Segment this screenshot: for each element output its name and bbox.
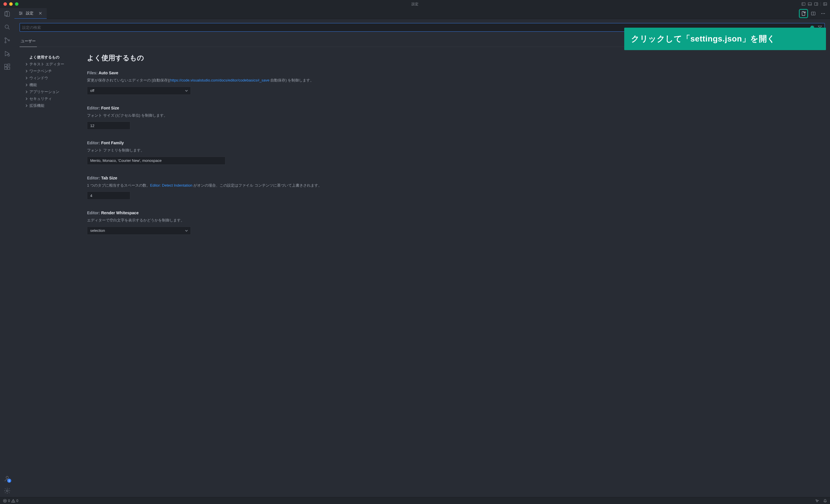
toc-features[interactable]: 機能 bbox=[20, 81, 80, 89]
toggle-panel-icon[interactable] bbox=[808, 2, 812, 6]
tab-bar: 設定 bbox=[14, 8, 830, 19]
toggle-primary-sidebar-icon[interactable] bbox=[801, 2, 805, 6]
settings-toc: よく使用するもの テキスト エディター ワークベンチ bbox=[20, 50, 80, 497]
svg-rect-16 bbox=[5, 67, 7, 69]
svg-point-11 bbox=[5, 38, 6, 39]
chevron-right-icon bbox=[25, 76, 28, 80]
setting-description: 変更が保存されていないエディターの [自動保存](https://code.vi… bbox=[87, 77, 364, 83]
status-notifications-icon[interactable] bbox=[823, 499, 827, 503]
setting-description: フォント サイズ (ピクセル単位) を制御します。 bbox=[87, 112, 364, 119]
callout-banner: クリックして「settings.json」を開く bbox=[624, 28, 826, 50]
chevron-right-icon bbox=[25, 90, 28, 94]
chevron-right-icon bbox=[25, 104, 28, 107]
settings-editor: ユーザー よく使用するもの テキスト エディター bbox=[14, 19, 830, 497]
split-editor-icon[interactable] bbox=[809, 9, 817, 18]
auto-save-select[interactable]: off bbox=[87, 87, 191, 95]
explorer-icon[interactable] bbox=[4, 10, 11, 17]
setting-title: Files: Auto Save bbox=[87, 71, 364, 75]
svg-point-19 bbox=[6, 476, 8, 479]
callout-text: クリックして「settings.json」を開く bbox=[631, 34, 775, 43]
maximize-window-button[interactable] bbox=[15, 2, 19, 6]
setting-title: Editor: Font Size bbox=[87, 106, 364, 110]
customize-layout-icon[interactable] bbox=[823, 2, 827, 6]
detect-indentation-link[interactable]: Editor: Detect Indentation bbox=[150, 183, 193, 188]
svg-rect-17 bbox=[7, 67, 10, 69]
svg-point-14 bbox=[8, 55, 9, 56]
accounts-icon[interactable]: 1 bbox=[4, 475, 11, 482]
font-size-input[interactable]: 12 bbox=[87, 122, 130, 130]
accounts-badge: 1 bbox=[7, 479, 11, 483]
toc-security[interactable]: セキュリティ bbox=[20, 95, 80, 102]
content-heading: よく使用するもの bbox=[87, 53, 818, 63]
chevron-right-icon bbox=[25, 97, 28, 101]
svg-point-24 bbox=[20, 12, 21, 13]
chevron-right-icon bbox=[25, 69, 28, 73]
chevron-right-icon bbox=[25, 63, 28, 66]
toc-text-editor[interactable]: テキスト エディター bbox=[20, 61, 80, 68]
svg-rect-2 bbox=[808, 3, 811, 5]
toggle-secondary-sidebar-icon[interactable] bbox=[814, 2, 818, 6]
scope-tab-user[interactable]: ユーザー bbox=[20, 37, 37, 47]
run-debug-icon[interactable] bbox=[4, 50, 11, 57]
chevron-down-icon bbox=[185, 89, 188, 93]
status-bar: 0 0 bbox=[0, 497, 830, 504]
search-icon[interactable] bbox=[4, 24, 11, 31]
setting-description: フォント ファミリを制御します。 bbox=[87, 147, 364, 153]
activity-bar: 1 bbox=[0, 8, 14, 497]
open-settings-json-button[interactable] bbox=[799, 9, 807, 18]
svg-point-31 bbox=[821, 13, 822, 14]
toc-frequently-used[interactable]: よく使用するもの bbox=[20, 54, 80, 61]
svg-rect-18 bbox=[8, 64, 10, 66]
status-feedback-icon[interactable] bbox=[815, 499, 819, 503]
svg-point-12 bbox=[5, 42, 6, 43]
font-family-input[interactable]: Menlo, Monaco, 'Courier New', monospace bbox=[87, 157, 225, 165]
tab-settings[interactable]: 設定 bbox=[14, 8, 47, 19]
source-control-icon[interactable] bbox=[4, 37, 11, 44]
window-titlebar: 設定 bbox=[0, 0, 830, 8]
setting-editor-render-whitespace: Editor: Render Whitespace エディターで空白文字を表示す… bbox=[87, 210, 364, 235]
status-problems[interactable]: 0 0 bbox=[3, 499, 18, 503]
svg-point-32 bbox=[823, 13, 824, 14]
svg-point-20 bbox=[6, 490, 8, 492]
toc-workbench[interactable]: ワークベンチ bbox=[20, 68, 80, 75]
autosave-doc-link[interactable]: https://code.visualstudio.com/docs/edito… bbox=[170, 78, 269, 82]
setting-files-auto-save: Files: Auto Save 変更が保存されていないエディターの [自動保存… bbox=[87, 71, 364, 95]
more-actions-icon[interactable] bbox=[819, 9, 827, 18]
editor-area: 設定 bbox=[14, 8, 830, 497]
toc-window[interactable]: ウィンドウ bbox=[20, 75, 80, 81]
render-whitespace-select[interactable]: selection bbox=[87, 227, 191, 235]
svg-point-41 bbox=[13, 502, 13, 502]
close-window-button[interactable] bbox=[3, 2, 7, 6]
setting-description: 1 つのタブに相当するスペースの数。Editor: Detect Indenta… bbox=[87, 182, 364, 188]
tab-label: 設定 bbox=[26, 11, 33, 16]
toc-extensions[interactable]: 拡張機能 bbox=[20, 102, 80, 109]
svg-rect-0 bbox=[802, 3, 805, 5]
settings-tab-icon bbox=[19, 11, 23, 15]
chevron-right-icon bbox=[25, 83, 28, 87]
svg-rect-4 bbox=[815, 3, 818, 5]
close-tab-icon[interactable] bbox=[38, 11, 43, 15]
tab-size-input[interactable]: 4 bbox=[87, 192, 130, 200]
toc-application[interactable]: アプリケーション bbox=[20, 89, 80, 95]
svg-rect-15 bbox=[5, 64, 7, 67]
titlebar-layout-controls bbox=[801, 2, 830, 6]
chevron-down-icon bbox=[185, 229, 188, 232]
svg-point-13 bbox=[8, 40, 9, 41]
svg-point-26 bbox=[20, 14, 21, 15]
setting-description: エディターで空白文字を表示するかどうかを制御します。 bbox=[87, 217, 364, 223]
setting-title: Editor: Tab Size bbox=[87, 176, 364, 180]
extensions-icon[interactable] bbox=[4, 63, 11, 70]
setting-editor-tab-size: Editor: Tab Size 1 つのタブに相当するスペースの数。Edito… bbox=[87, 176, 364, 200]
setting-editor-font-family: Editor: Font Family フォント ファミリを制御します。 Men… bbox=[87, 140, 364, 165]
svg-point-25 bbox=[21, 13, 22, 14]
svg-rect-6 bbox=[823, 3, 827, 5]
setting-editor-font-size: Editor: Font Size フォント サイズ (ピクセル単位) を制御し… bbox=[87, 106, 364, 130]
minimize-window-button[interactable] bbox=[9, 2, 13, 6]
svg-point-33 bbox=[824, 13, 825, 14]
svg-line-10 bbox=[8, 28, 9, 29]
setting-title: Editor: Render Whitespace bbox=[87, 210, 364, 215]
svg-point-9 bbox=[5, 25, 9, 29]
manage-gear-icon[interactable] bbox=[4, 487, 11, 494]
settings-content[interactable]: よく使用するもの Files: Auto Save 変更が保存されていないエディ… bbox=[80, 50, 825, 497]
setting-title: Editor: Font Family bbox=[87, 140, 364, 145]
